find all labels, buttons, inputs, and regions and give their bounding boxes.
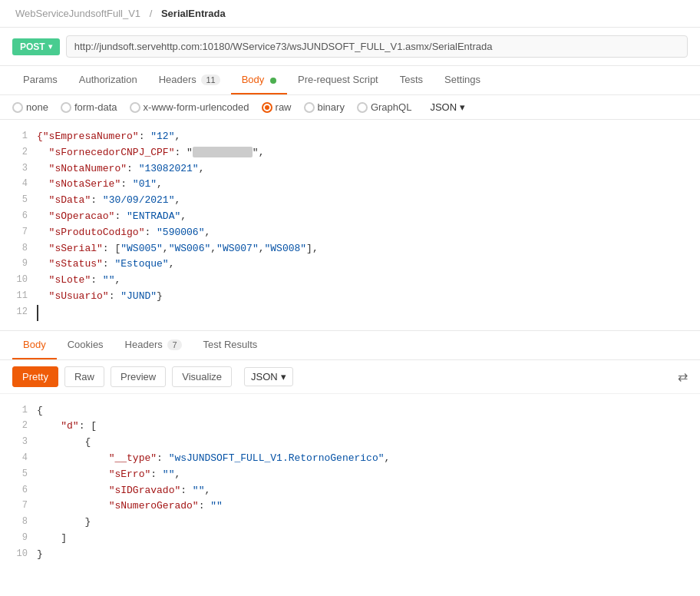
resp-raw-btn[interactable]: Raw	[64, 366, 104, 387]
req-line-6: 6 "sOperacao": "ENTRADA",	[0, 209, 700, 225]
url-input[interactable]	[66, 35, 688, 58]
radio-urlencoded-dot	[130, 102, 140, 113]
req-line-12: 12	[0, 305, 700, 321]
resp-line-9: 9 ]	[0, 531, 700, 547]
resp-preview-btn[interactable]: Preview	[111, 366, 166, 387]
format-chevron-icon: ▾	[460, 101, 465, 113]
method-chevron-icon: ▾	[48, 42, 52, 51]
resp-line-7: 7 "sNumeroGerado": ""	[0, 498, 700, 515]
resp-line-10: 10 }	[0, 547, 700, 563]
resp-tab-cookies[interactable]: Cookies	[57, 331, 114, 359]
radio-urlencoded[interactable]: x-www-form-urlencoded	[130, 101, 249, 113]
radio-formdata[interactable]: form-data	[61, 101, 117, 113]
radio-formdata-dot	[61, 102, 71, 113]
format-label: JSON	[430, 101, 457, 113]
tab-settings[interactable]: Settings	[434, 66, 491, 94]
method-label: POST	[20, 41, 45, 52]
radio-none-dot	[12, 102, 23, 113]
req-line-5: 5 "sData": "30/09/2021",	[0, 193, 700, 209]
breadcrumb-service[interactable]: WebServiceJundsoftFull_V1	[15, 8, 140, 19]
req-line-11: 11 "sUsuario": "JUND"}	[0, 289, 700, 305]
body-dot-indicator	[270, 78, 276, 84]
resp-line-4: 4 "__type": "wsJUNDSOFT_FULL_V1.RetornoG…	[0, 451, 700, 467]
radio-none[interactable]: none	[12, 101, 48, 113]
resp-line-5: 5 "sErro": "",	[0, 467, 700, 483]
req-line-1: 1 {"sEmpresaNumero": "12",	[0, 129, 700, 145]
radio-binary-dot	[304, 102, 315, 113]
response-section: Body Cookies Headers 7 Test Results Pret…	[0, 331, 700, 572]
resp-line-2: 2 "d": [	[0, 419, 700, 435]
tab-tests[interactable]: Tests	[389, 66, 434, 94]
resp-pretty-btn[interactable]: Pretty	[12, 366, 58, 387]
wrap-button[interactable]: ⇄	[678, 369, 688, 384]
radio-binary[interactable]: binary	[304, 101, 345, 113]
resp-line-1: 1 {	[0, 403, 700, 419]
request-body-editor[interactable]: 1 {"sEmpresaNumero": "12", 2 "sFornecedo…	[0, 120, 700, 331]
radio-graphql[interactable]: GraphQL	[357, 101, 411, 113]
tab-prerequest[interactable]: Pre-request Script	[287, 66, 389, 94]
req-line-4: 4 "sNotaSerie": "01",	[0, 177, 700, 193]
tab-headers[interactable]: Headers 11	[148, 66, 231, 94]
format-selector[interactable]: JSON ▾	[430, 101, 465, 113]
resp-line-8: 8 }	[0, 515, 700, 531]
req-line-3: 3 "sNotaNumero": "13082021",	[0, 161, 700, 177]
response-toolbar: Pretty Raw Preview Visualize JSON ▾ ⇄	[0, 360, 700, 394]
req-line-10: 10 "sLote": "",	[0, 273, 700, 289]
request-tabs: Params Authorization Headers 11 Body Pre…	[0, 66, 700, 95]
breadcrumb-endpoint[interactable]: SerialEntrada	[161, 8, 226, 19]
resp-line-6: 6 "sIDGravado": "",	[0, 483, 700, 499]
resp-tab-headers[interactable]: Headers 7	[114, 331, 193, 359]
redacted-value	[193, 147, 253, 157]
url-bar: POST ▾	[0, 28, 700, 66]
resp-line-3: 3 {	[0, 435, 700, 451]
response-body-viewer: 1 { 2 "d": [ 3 { 4 "__type": "wsJUNDSOFT…	[0, 394, 700, 572]
breadcrumb-separator: /	[150, 8, 155, 19]
radio-raw[interactable]: raw	[262, 101, 292, 113]
resp-format-label: JSON	[251, 371, 278, 382]
tab-params[interactable]: Params	[12, 66, 68, 94]
resp-format-selector[interactable]: JSON ▾	[244, 367, 293, 386]
resp-tab-body[interactable]: Body	[12, 331, 57, 359]
tab-body[interactable]: Body	[231, 66, 287, 94]
response-tabs: Body Cookies Headers 7 Test Results	[0, 331, 700, 360]
resp-visualize-btn[interactable]: Visualize	[172, 366, 232, 387]
method-selector[interactable]: POST ▾	[12, 38, 60, 55]
req-line-9: 9 "sStatus": "Estoque",	[0, 257, 700, 273]
radio-graphql-dot	[357, 102, 368, 113]
radio-raw-dot	[262, 102, 272, 113]
resp-tab-testresults[interactable]: Test Results	[193, 331, 269, 359]
breadcrumb: WebServiceJundsoftFull_V1 / SerialEntrad…	[0, 0, 700, 28]
req-line-7: 7 "sProdutoCodigo": "590006",	[0, 225, 700, 241]
req-line-2: 2 "sFornecedorCNPJ_CPF": " ",	[0, 145, 700, 161]
body-type-bar: none form-data x-www-form-urlencoded raw…	[0, 95, 700, 120]
tab-authorization[interactable]: Authorization	[68, 66, 148, 94]
resp-format-chevron-icon: ▾	[281, 371, 286, 382]
req-line-8: 8 "sSerial": ["WS005","WS006","WS007","W…	[0, 241, 700, 257]
